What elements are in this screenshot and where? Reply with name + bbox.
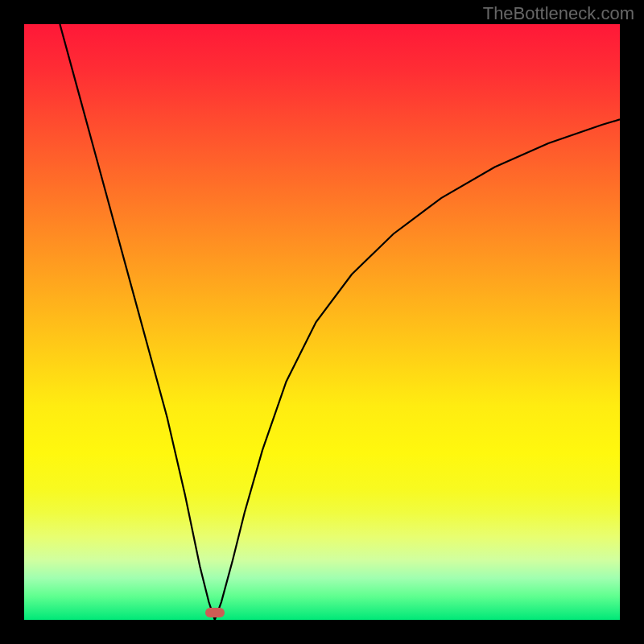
curve-svg [24, 24, 620, 620]
watermark-text: TheBottleneck.com [483, 3, 634, 24]
bottleneck-curve-path [60, 24, 620, 620]
vertex-marker [205, 608, 225, 617]
plot-area [24, 24, 620, 620]
